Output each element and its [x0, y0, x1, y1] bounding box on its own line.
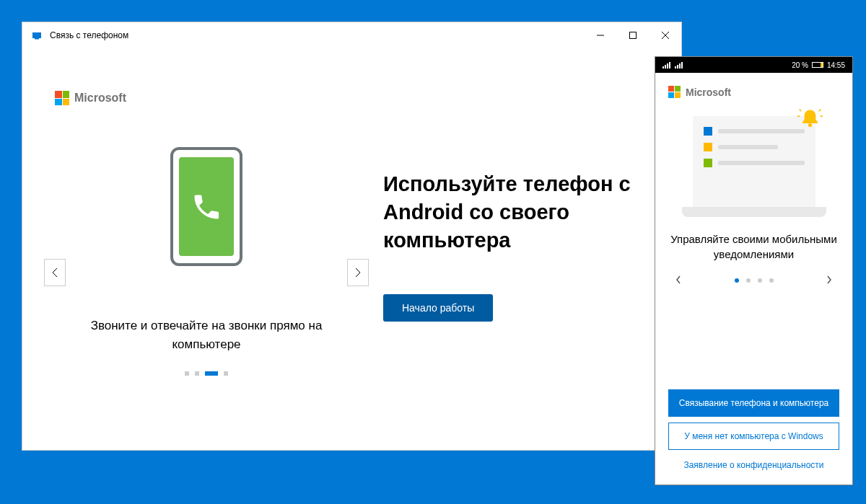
titlebar: Связь с телефоном — [22, 22, 681, 48]
phone-dot[interactable] — [746, 278, 751, 283]
microsoft-logo-icon — [668, 86, 681, 98]
svg-rect-11 — [677, 65, 678, 68]
desktop-app-window: Связь с телефоном Microsoft Звоните и от… — [22, 22, 682, 451]
phone-carousel-prev[interactable] — [671, 275, 686, 286]
get-started-button[interactable]: Начало работы — [383, 294, 493, 322]
status-time: 14:55 — [827, 61, 845, 69]
no-windows-button[interactable]: У меня нет компьютера с Windows — [668, 423, 839, 450]
microsoft-logo: Microsoft — [22, 48, 681, 105]
privacy-link[interactable]: Заявление о конфиденциальности — [668, 456, 839, 474]
phone-device: 20 % 14:55 Microsoft Управляйте своими м… — [655, 56, 853, 485]
phone-statusbar: 20 % 14:55 — [655, 57, 852, 73]
app-icon — [31, 30, 43, 41]
svg-rect-12 — [679, 63, 681, 68]
carousel-section: Звоните и отвечайте на звонки прямо на к… — [44, 105, 369, 439]
chevron-right-icon — [826, 275, 832, 284]
signal-icon — [662, 62, 670, 68]
svg-line-16 — [818, 110, 821, 112]
carousel-next-button[interactable] — [347, 259, 369, 286]
battery-icon — [812, 62, 823, 68]
chevron-left-icon — [51, 268, 58, 278]
microsoft-logo: Microsoft — [668, 86, 839, 98]
microsoft-logo-text: Microsoft — [686, 87, 731, 98]
phone-illustration — [170, 147, 242, 266]
signal-icon — [675, 62, 683, 68]
chevron-right-icon — [354, 268, 362, 278]
desktop-content: Звоните и отвечайте на звонки прямо на к… — [22, 105, 681, 439]
phone-dot[interactable] — [769, 278, 774, 283]
phone-content: Microsoft Управляйте своими мобильными у… — [655, 73, 852, 485]
phone-call-icon — [191, 191, 222, 223]
svg-rect-3 — [629, 32, 636, 38]
svg-rect-0 — [32, 32, 41, 38]
svg-rect-9 — [669, 62, 670, 68]
carousel-dot[interactable] — [195, 371, 199, 376]
minimize-button[interactable] — [584, 22, 616, 48]
carousel-dot[interactable] — [224, 371, 228, 376]
phone-dot[interactable] — [758, 278, 762, 283]
titlebar-controls — [584, 22, 681, 48]
bell-icon — [797, 107, 823, 133]
microsoft-logo-text: Microsoft — [74, 92, 126, 105]
chevron-left-icon — [675, 275, 681, 284]
svg-rect-7 — [665, 65, 666, 68]
microsoft-logo-icon — [55, 91, 69, 105]
svg-rect-10 — [675, 66, 676, 68]
svg-line-15 — [799, 110, 801, 112]
phone-carousel-next[interactable] — [822, 275, 836, 286]
phone-dot-active[interactable] — [735, 278, 739, 283]
titlebar-title: Связь с телефоном — [50, 30, 128, 40]
carousel-prev-button[interactable] — [44, 259, 66, 286]
svg-point-14 — [808, 123, 811, 127]
carousel-dots — [185, 371, 228, 376]
carousel-dot-active[interactable] — [205, 371, 218, 376]
phone-bottom-actions: Связывание телефона и компьютера У меня … — [668, 389, 839, 485]
hero-title: Используйте телефон с Android со своего … — [383, 170, 660, 255]
carousel-caption: Звоните и отвечайте на звонки прямо на к… — [44, 317, 369, 353]
maximize-button[interactable] — [616, 22, 649, 48]
svg-rect-6 — [662, 66, 664, 68]
laptop-illustration — [682, 116, 826, 217]
phone-carousel-nav — [668, 275, 839, 286]
phone-carousel-caption: Управляйте своими мобильными уведомления… — [668, 231, 839, 262]
hero-section: Используйте телефон с Android со своего … — [369, 105, 660, 439]
close-button[interactable] — [649, 22, 681, 48]
link-phone-button[interactable]: Связывание телефона и компьютера — [668, 389, 839, 417]
phone-carousel-dots — [735, 278, 774, 283]
svg-rect-1 — [35, 38, 39, 40]
svg-rect-13 — [681, 62, 683, 68]
svg-rect-8 — [667, 63, 668, 68]
battery-percent: 20 % — [792, 61, 808, 69]
carousel-dot[interactable] — [185, 371, 189, 376]
